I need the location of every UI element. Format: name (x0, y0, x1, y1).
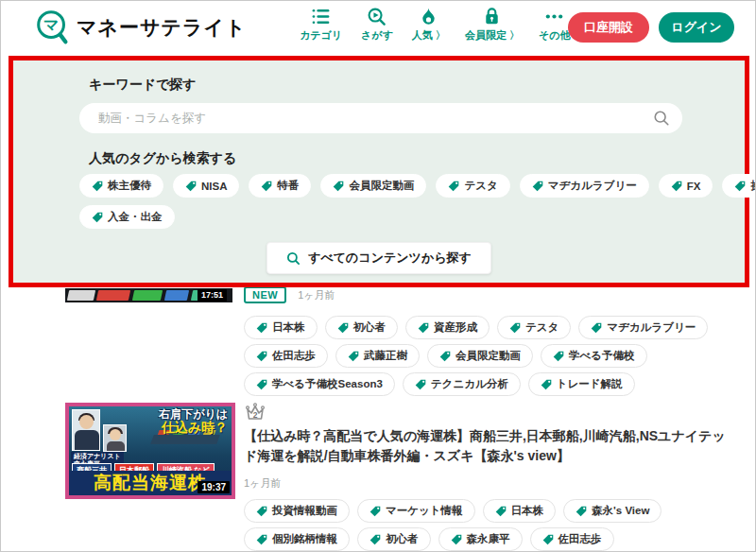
search-icon[interactable] (653, 110, 670, 127)
page: マ マネーサテライト カテゴリ (0, 0, 756, 552)
tag-icon (671, 181, 682, 192)
tag-chip[interactable]: マーケット情報 (357, 499, 475, 523)
tag-chip[interactable]: 佐田志歩 (530, 527, 614, 551)
nav-label: 人気 〉 (412, 28, 446, 43)
tag-label: トレード解説 (557, 377, 623, 391)
main-nav: カテゴリ さがす 人気 〉 (300, 7, 570, 43)
tag-label: テスタ (464, 179, 497, 193)
tag-chip[interactable]: 入金・出金 (79, 205, 175, 229)
tag-icon (451, 534, 462, 545)
nav-label: 会員限定 〉 (465, 28, 520, 43)
tag-icon (256, 322, 267, 334)
tag-chip[interactable]: 操作説明動画 (722, 174, 756, 198)
ship-graphic (150, 435, 220, 444)
tag-label: NISA (201, 181, 227, 192)
search-section-highlight-box: キーワードで探す 人気のタグから検索する 株主優待NISA特番会員限定動画テスタ… (9, 56, 749, 287)
svg-text:マ: マ (43, 16, 60, 33)
video-thumbnail-2[interactable]: 右肩下がりは 仕込み時？ 経済アナリスト森永康平 商船三井 日本郵船 川崎汽船 … (65, 403, 235, 499)
nav-others[interactable]: その他 (539, 7, 571, 43)
tag-chip[interactable]: 日本株 (483, 499, 557, 523)
tag-label: 資産形成 (434, 320, 477, 335)
tag-chip[interactable]: テクニカル分析 (403, 372, 521, 396)
tag-icon (333, 181, 344, 192)
tag-chip[interactable]: マヂカルラブリー (578, 316, 708, 339)
tag-icon (256, 351, 267, 362)
list-icon (311, 7, 331, 26)
tag-chip[interactable]: 株主優待 (79, 174, 163, 198)
tag-chip[interactable]: 森永's View (563, 499, 662, 523)
nav-members-only[interactable]: 会員限定 〉 (465, 7, 520, 43)
tag-chip[interactable]: トレード解説 (528, 372, 635, 396)
video-duration: 17:51 (198, 289, 227, 302)
tag-chip[interactable]: 初心者 (325, 316, 399, 339)
tag-chip[interactable]: NISA (173, 174, 239, 198)
tag-row: 個別銘柄情報初心者森永康平佐田志歩 (244, 527, 732, 551)
search-input[interactable] (79, 103, 682, 133)
tag-icon (261, 181, 272, 192)
search-play-icon (367, 7, 387, 26)
thumbnail-caption: 右肩下がりは 仕込み時？ (159, 408, 228, 436)
tag-icon (553, 351, 564, 362)
tag-icon (369, 506, 381, 517)
nav-search[interactable]: さがす (361, 7, 393, 43)
tag-chip[interactable]: 武藤正樹 (335, 344, 420, 368)
thumbnail-caption-line2: 仕込み時？ (159, 421, 228, 435)
nav-popular[interactable]: 人気 〉 (412, 7, 446, 43)
all-contents-button-label: すべてのコンテンツから探す (308, 250, 472, 267)
search-section: キーワードで探す 人気のタグから検索する 株主優待NISA特番会員限定動画テスタ… (13, 60, 745, 283)
tag-chip[interactable]: 日本株 (244, 316, 318, 339)
search-icon (286, 251, 301, 266)
nav-category[interactable]: カテゴリ (300, 7, 342, 43)
tag-icon (256, 379, 267, 390)
tag-icon (348, 351, 359, 362)
open-account-button[interactable]: 口座開設 (568, 12, 649, 43)
tag-chip[interactable]: 初心者 (357, 527, 431, 551)
tag-chip[interactable]: テスタ (497, 316, 571, 339)
nav-label: さがす (361, 28, 393, 43)
tag-chip[interactable]: マヂカルラブリー (520, 174, 649, 198)
lock-icon (482, 7, 502, 26)
brand-logo[interactable]: マ マネーサテライト (33, 8, 246, 47)
video-title[interactable]: 【仕込み時？高配当で人気の海運株】商船三井,日本郵船,川崎汽船,NSユナイテッド… (244, 426, 732, 466)
new-badge: NEW (244, 286, 286, 303)
tag-chip[interactable]: 会員限定動画 (427, 344, 533, 368)
tag-label: 日本株 (511, 504, 544, 518)
flame-icon (419, 7, 438, 26)
svg-text:2: 2 (253, 410, 258, 420)
tag-icon (541, 379, 552, 390)
video-thumbnail-1[interactable]: 17:51 (65, 288, 232, 302)
tag-chip[interactable]: 森永康平 (438, 527, 523, 551)
tag-label: 武藤正樹 (364, 349, 407, 363)
tag-chip[interactable]: 資産形成 (405, 316, 490, 339)
tag-chip[interactable]: 特番 (249, 174, 311, 198)
popular-tags: 株主優待NISA特番会員限定動画テスタマヂカルラブリーFX操作説明動画入金・出金 (79, 174, 756, 236)
tag-chip[interactable]: テスタ (436, 174, 509, 198)
thumbnail-headline: 高配当海運株 (94, 471, 207, 495)
all-contents-search-button[interactable]: すべてのコンテンツから探す (266, 242, 491, 274)
tag-icon (369, 534, 381, 545)
tag-icon (256, 506, 267, 517)
tag-label: 個別銘柄情報 (272, 532, 337, 546)
tag-chip[interactable]: FX (659, 174, 713, 198)
tag-chip[interactable]: 学べる予備校 (541, 344, 647, 368)
tag-label: 入金・出金 (108, 210, 163, 224)
tag-label: テスタ (525, 320, 558, 335)
login-button[interactable]: ログイン (659, 12, 734, 43)
tag-label: マヂカルラブリー (548, 179, 637, 193)
tag-chip[interactable]: 佐田志歩 (244, 344, 328, 368)
search-bar (79, 103, 682, 133)
item2-details: 2 【仕込み時？高配当で人気の海運株】商船三井,日本郵船,川崎汽船,NSユナイテ… (244, 402, 732, 552)
tag-label: 学べる予備校Season3 (272, 377, 383, 391)
tag-icon (92, 181, 103, 192)
tag-chip[interactable]: 個別銘柄情報 (244, 527, 350, 551)
thumbnail-art (67, 290, 95, 301)
tag-label: 日本株 (272, 320, 305, 335)
tag-icon (591, 322, 602, 334)
tag-chip[interactable]: 投資情報動画 (244, 499, 350, 523)
item1-age: 1ヶ月前 (298, 288, 335, 302)
tag-chip[interactable]: 会員限定動画 (320, 174, 426, 198)
video-duration: 19:37 (198, 481, 230, 493)
tag-chip[interactable]: 学べる予備校Season3 (244, 372, 395, 396)
tag-label: 森永康平 (467, 532, 510, 546)
tag-label: 佐田志歩 (272, 349, 316, 363)
